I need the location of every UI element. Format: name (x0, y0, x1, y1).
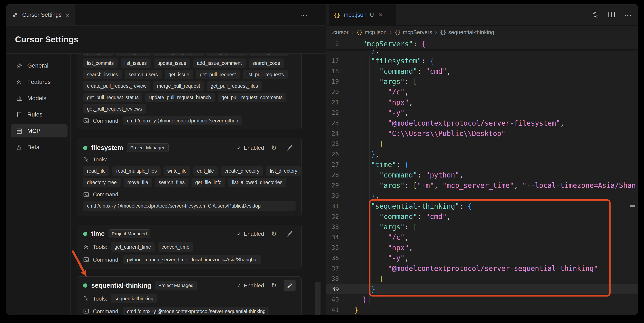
command-value[interactable]: python -m mcp_server_time --local-timezo… (123, 255, 261, 264)
breadcrumb-item[interactable]: {}mcp.json (356, 29, 387, 36)
tool-chip[interactable]: add_issue_comment (193, 59, 246, 68)
tool-chip[interactable]: get_file_info (192, 178, 225, 187)
line-number[interactable]: 40 (326, 294, 339, 305)
code-line[interactable]: 33 "args": [ (326, 222, 638, 232)
tool-chip[interactable]: search_issues (83, 70, 122, 79)
line-number[interactable]: 28 (326, 170, 339, 180)
tool-chip[interactable]: fork_repository (207, 54, 247, 56)
line-number[interactable]: 29 (326, 180, 339, 191)
editor-more-actions-icon[interactable]: ⋯ (624, 11, 632, 20)
line-number[interactable]: 21 (326, 97, 339, 108)
line-number[interactable]: 38 (326, 274, 339, 284)
code-line[interactable]: 37 "@modelcontextprotocol/server-sequent… (326, 263, 638, 274)
code-line[interactable]: 30 }, (326, 191, 638, 201)
refresh-icon[interactable]: ↻ (271, 145, 276, 151)
line-number[interactable]: 26 (326, 149, 339, 159)
enabled-toggle[interactable]: ✓Enabled (237, 145, 264, 151)
code-line[interactable]: }, (326, 49, 638, 56)
line-number[interactable]: 36 (326, 253, 339, 263)
line-number[interactable]: 30 (326, 191, 339, 201)
code-line[interactable]: 23 "@modelcontextprotocol/server-filesys… (326, 118, 638, 128)
code-line[interactable]: 25 ] (326, 139, 638, 149)
line-number[interactable]: 34 (326, 232, 339, 242)
tool-chip[interactable]: create_pull_request_review (83, 81, 150, 91)
code-line[interactable]: 29 "args": ["-m", "mcp_server_time", "--… (326, 180, 638, 191)
code-line[interactable]: 27 "time": { (326, 159, 638, 170)
line-number[interactable]: 27 (326, 159, 339, 170)
line-number[interactable] (326, 49, 339, 56)
sidebar-item-mcp[interactable]: MCP (11, 124, 68, 137)
line-number[interactable]: 35 (326, 242, 339, 253)
tool-chip[interactable]: update_pull_request_branch (145, 93, 215, 102)
code-line[interactable]: 22 "-y", (326, 108, 638, 118)
sticky-scroll-line[interactable]: 2 "mcpServers": { (326, 39, 638, 49)
tool-chip[interactable]: read_multiple_files (112, 166, 160, 176)
tool-chip[interactable]: get_pull_request (196, 70, 240, 79)
code-line[interactable]: 17 "filesystem": { (326, 56, 638, 66)
sidebar-item-beta[interactable]: Beta (11, 141, 68, 154)
line-number[interactable]: 20 (326, 87, 339, 97)
line-number[interactable]: 37 (326, 263, 339, 274)
code-line[interactable]: 21 "npx", (326, 97, 638, 108)
code-line[interactable]: 40 } (326, 294, 638, 305)
sidebar-item-features[interactable]: Features (11, 75, 68, 89)
code-line[interactable]: 20 "/c", (326, 87, 638, 97)
tool-chip[interactable]: create_pull_request (154, 54, 204, 56)
code-line[interactable]: 34 "/c", (326, 232, 638, 242)
tool-chip[interactable]: list_pull_requests (243, 70, 288, 79)
split-editor-icon[interactable] (608, 11, 616, 19)
tool-chip[interactable]: create_directory (221, 166, 263, 176)
tool-chip[interactable]: get_issue (164, 70, 193, 79)
tool-chip[interactable]: create_issue (116, 54, 151, 56)
tool-chip[interactable]: list_commits (83, 59, 118, 68)
tool-chip[interactable]: get_pull_request_comments (218, 93, 286, 102)
close-tab-icon[interactable]: × (65, 12, 70, 19)
code-line[interactable]: 35 "npx", (326, 242, 638, 253)
edit-pencil-icon[interactable] (284, 228, 296, 240)
open-changes-icon[interactable] (591, 11, 599, 20)
tool-chip[interactable]: update_issue (154, 59, 190, 68)
tool-chip[interactable]: search_code (248, 59, 284, 68)
edit-pencil-icon[interactable] (284, 279, 296, 291)
close-tab-icon[interactable]: × (378, 11, 382, 19)
tool-chip[interactable]: list_issues (120, 59, 151, 68)
tool-chip[interactable]: sequentialthinking (111, 294, 157, 303)
tool-chip[interactable]: convert_time (158, 242, 193, 252)
tool-chip[interactable]: list_directory (266, 166, 301, 176)
line-number[interactable]: 24 (326, 128, 339, 139)
tool-chip[interactable]: merge_pull_request (153, 81, 204, 91)
code-line[interactable]: 41} (326, 305, 638, 315)
line-number[interactable]: 23 (326, 118, 339, 128)
code-line[interactable]: 2 "mcpServers": { (326, 39, 638, 49)
refresh-icon[interactable]: ↻ (271, 231, 276, 237)
tool-chip[interactable]: get_pull_request_files (207, 81, 262, 91)
tool-chip[interactable]: get_current_time (111, 242, 155, 252)
line-number[interactable]: 25 (326, 139, 339, 149)
settings-scrollbar[interactable] (315, 282, 320, 315)
tool-chip[interactable]: search_files (155, 178, 188, 187)
line-number[interactable]: 39 (326, 284, 339, 294)
sidebar-item-models[interactable]: Models (11, 92, 68, 105)
code-line[interactable]: 18 "command": "cmd", (326, 66, 638, 77)
tool-chip[interactable]: write_file (164, 166, 190, 176)
edit-pencil-icon[interactable] (284, 142, 296, 154)
code-line[interactable]: 26 }, (326, 149, 638, 159)
enabled-toggle[interactable]: ✓Enabled (237, 282, 264, 289)
more-actions-icon[interactable]: ⋯ (300, 5, 308, 26)
tool-chip[interactable]: edit_file (193, 166, 218, 176)
code-line[interactable]: 39 } (326, 284, 638, 294)
line-number[interactable]: 41 (326, 305, 339, 315)
tool-chip[interactable]: get_pull_request_reviews (83, 104, 146, 114)
line-number[interactable]: 22 (326, 108, 339, 118)
sidebar-item-rules[interactable]: Rules (11, 108, 68, 121)
code-editor[interactable]: 2 "mcpServers": { },17 "filesystem": {18… (326, 39, 638, 315)
line-number[interactable]: 19 (326, 77, 339, 87)
breadcrumb-item[interactable]: {}sequential-thinking (440, 29, 494, 36)
breadcrumb-item[interactable]: .cursor (332, 29, 348, 36)
code-line[interactable]: 32 "command": "cmd", (326, 211, 638, 222)
refresh-icon[interactable]: ↻ (271, 282, 276, 289)
line-number[interactable]: 32 (326, 211, 339, 222)
tab-cursor-settings[interactable]: Cursor Settings × (6, 5, 75, 26)
tool-chip[interactable]: directory_tree (83, 178, 120, 187)
tool-chip[interactable]: push_files (83, 54, 113, 56)
